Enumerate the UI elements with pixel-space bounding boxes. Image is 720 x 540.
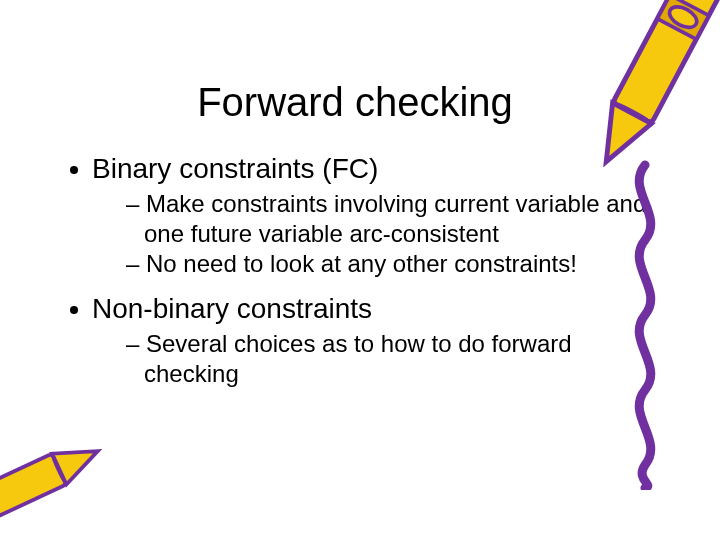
crayon-icon bbox=[0, 417, 117, 540]
list-item: – No need to look at any other constrain… bbox=[126, 249, 660, 279]
list-item: – Make constraints involving current var… bbox=[126, 189, 660, 249]
squiggle-stroke-icon bbox=[620, 160, 670, 490]
sub-bullet-text: Several choices as to how to do forward … bbox=[144, 330, 572, 387]
bullet-text: Non-binary constraints bbox=[92, 293, 372, 325]
list-item: Non-binary constraints bbox=[70, 293, 660, 325]
bullet-text: Binary constraints (FC) bbox=[92, 153, 378, 185]
sub-bullet-text: Make constraints involving current varia… bbox=[144, 190, 646, 247]
list-item: – Several choices as to how to do forwar… bbox=[126, 329, 660, 389]
bullet-dot-icon bbox=[70, 306, 78, 314]
bullet-dot-icon bbox=[70, 166, 78, 174]
bullet-list: Binary constraints (FC) – Make constrain… bbox=[50, 153, 660, 389]
list-item: Binary constraints (FC) bbox=[70, 153, 660, 185]
slide-title: Forward checking bbox=[50, 80, 660, 125]
sub-list: – Several choices as to how to do forwar… bbox=[126, 329, 660, 389]
sub-bullet-text: No need to look at any other constraints… bbox=[146, 250, 577, 277]
sub-list: – Make constraints involving current var… bbox=[126, 189, 660, 279]
slide-container: Forward checking Binary constraints (FC)… bbox=[0, 0, 720, 540]
